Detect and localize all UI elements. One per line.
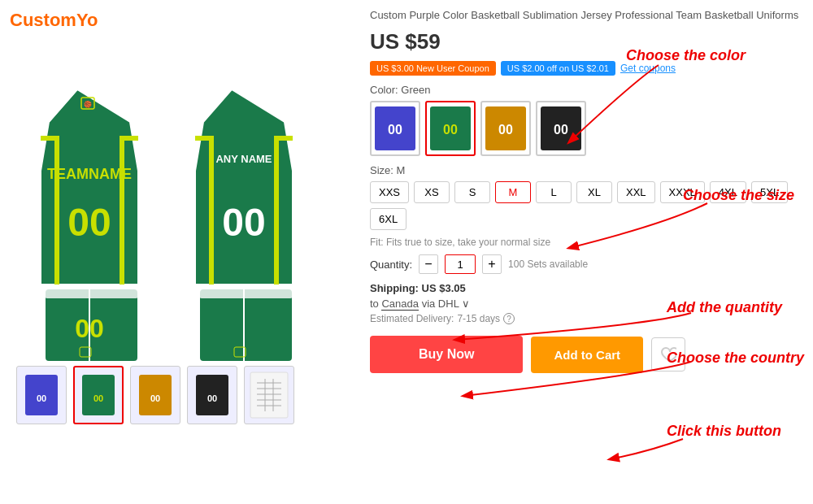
- product-main-image: TEAMNAME 00 🏀 00 ANY NAME 00: [8, 33, 350, 382]
- logo-text1: Custom: [10, 10, 76, 30]
- color-option-green[interactable]: 00: [425, 101, 476, 156]
- shipping-value: US $3.05: [422, 282, 466, 294]
- product-info-panel: Custom Purple Color Basketball Sublimati…: [370, 8, 805, 373]
- buy-now-button[interactable]: Buy Now: [370, 336, 523, 373]
- coupon-discount[interactable]: US $2.00 off on US $2.01: [501, 61, 615, 76]
- svg-text:00: 00: [222, 201, 265, 244]
- shipping-row: Shipping: US $3.05: [370, 282, 805, 294]
- coupon-new-user[interactable]: US $3.00 New User Coupon: [370, 61, 496, 76]
- logo: CustomYo: [10, 10, 98, 31]
- add-to-cart-button[interactable]: Add to Cart: [531, 337, 643, 373]
- svg-text:00: 00: [388, 123, 402, 137]
- delivery-days: 7-15 days: [457, 313, 500, 324]
- color-option-gold[interactable]: 00: [480, 101, 531, 156]
- svg-text:ANY NAME: ANY NAME: [215, 153, 272, 165]
- shipping-label: Shipping:: [370, 282, 419, 294]
- svg-text:TEAMNAME: TEAMNAME: [47, 166, 132, 182]
- shipping-via-text: via DHL: [422, 298, 459, 310]
- svg-text:00: 00: [150, 393, 160, 403]
- size-btn-xs[interactable]: XS: [414, 181, 450, 203]
- quantity-plus-button[interactable]: +: [482, 254, 502, 274]
- color-options: 00 00 00 00: [370, 101, 805, 156]
- annotation-click-button: Click this button: [667, 423, 781, 440]
- size-btn-xxs[interactable]: XXS: [370, 181, 409, 203]
- fit-text: Fit: Fits true to size, take your normal…: [370, 237, 805, 248]
- size-btn-5xl[interactable]: 5XL: [751, 181, 788, 203]
- action-buttons-row: Buy Now Add to Cart: [370, 336, 805, 373]
- shipping-to-text: to: [370, 298, 379, 310]
- thumbnail-1[interactable]: 00: [16, 366, 67, 424]
- svg-text:🏀: 🏀: [84, 100, 92, 108]
- product-price: US $59: [370, 29, 805, 54]
- color-option-purple[interactable]: 00: [370, 101, 420, 156]
- size-btn-s[interactable]: S: [454, 181, 490, 203]
- thumbnail-5[interactable]: [244, 366, 294, 424]
- logo-text2: Yo: [76, 10, 98, 30]
- size-btn-xl[interactable]: XL: [576, 181, 612, 203]
- size-btn-xxxl[interactable]: XXXL: [660, 181, 705, 203]
- quantity-available: 100 Sets available: [508, 259, 588, 270]
- svg-rect-21: [250, 372, 288, 418]
- svg-text:00: 00: [207, 393, 217, 403]
- quantity-minus-button[interactable]: −: [419, 254, 438, 274]
- size-btn-xxl[interactable]: XXL: [617, 181, 655, 203]
- svg-text:00: 00: [67, 201, 111, 244]
- thumbnail-2[interactable]: 00: [73, 366, 124, 424]
- quantity-row: Quantity: − + 100 Sets available: [370, 254, 805, 274]
- shipping-to-row: to Canada via DHL ∨: [370, 298, 805, 310]
- thumbnail-row: 00 00 00 00: [16, 366, 294, 424]
- size-label: Size: M: [370, 164, 805, 176]
- size-btn-4xl[interactable]: 4XL: [710, 181, 746, 203]
- shipping-country-link[interactable]: Canada: [381, 298, 419, 311]
- size-btn-l[interactable]: L: [536, 181, 572, 203]
- svg-rect-11: [199, 287, 293, 298]
- size-options: XXSXSSMLXLXXLXXXL4XL5XL6XL: [370, 181, 805, 230]
- svg-text:00: 00: [554, 123, 568, 137]
- quantity-label: Quantity:: [370, 259, 412, 271]
- svg-text:00: 00: [93, 393, 103, 403]
- svg-rect-6: [45, 287, 138, 298]
- size-btn-m[interactable]: M: [495, 181, 531, 203]
- product-title: Custom Purple Color Basketball Sublimati…: [370, 8, 805, 23]
- delivery-row: Estimated Delivery: 7-15 days ?: [370, 313, 805, 324]
- get-coupons-link[interactable]: Get coupons: [620, 63, 676, 74]
- delivery-label: Estimated Delivery:: [370, 313, 454, 324]
- svg-text:00: 00: [498, 123, 513, 137]
- quantity-input[interactable]: [445, 254, 476, 274]
- color-label: Color: Green: [370, 84, 805, 96]
- coupons-row: US $3.00 New User Coupon US $2.00 off on…: [370, 61, 805, 76]
- wishlist-button[interactable]: [651, 337, 685, 371]
- svg-text:00: 00: [443, 123, 458, 137]
- size-btn-6xl[interactable]: 6XL: [370, 208, 406, 230]
- thumbnail-4[interactable]: 00: [187, 366, 237, 424]
- svg-text:00: 00: [75, 314, 104, 343]
- info-icon[interactable]: ?: [503, 313, 515, 324]
- thumbnail-3[interactable]: 00: [130, 366, 180, 424]
- svg-text:00: 00: [37, 393, 46, 403]
- color-option-dark[interactable]: 00: [536, 101, 586, 156]
